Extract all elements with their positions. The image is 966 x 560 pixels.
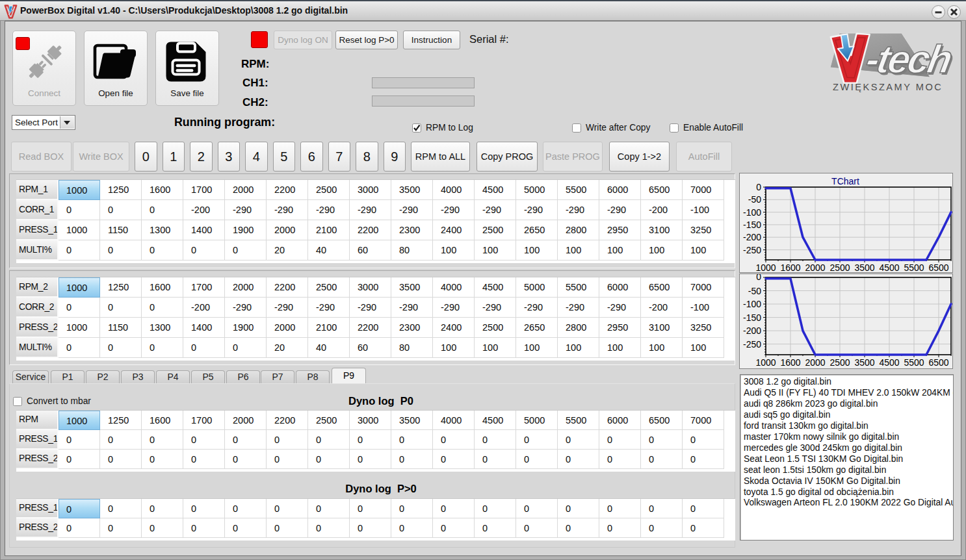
- svg-text:-150: -150: [743, 312, 761, 323]
- svg-text:-250: -250: [743, 339, 761, 350]
- svg-text:1600: 1600: [780, 357, 800, 368]
- svg-text:0: 0: [756, 182, 761, 192]
- svg-text:3500: 3500: [854, 262, 874, 272]
- svg-text:5500: 5500: [904, 262, 924, 272]
- svg-text:0: 0: [756, 274, 761, 282]
- svg-text:-50: -50: [748, 194, 761, 205]
- svg-text:1600: 1600: [780, 262, 800, 272]
- svg-text:-100: -100: [743, 207, 761, 218]
- svg-text:-200: -200: [743, 232, 761, 242]
- svg-text:2000: 2000: [805, 262, 825, 272]
- svg-text:-200: -200: [743, 325, 761, 336]
- svg-text:2500: 2500: [829, 357, 850, 368]
- svg-text:1000: 1000: [755, 262, 776, 272]
- svg-text:4500: 4500: [879, 357, 899, 368]
- svg-text:-150: -150: [743, 220, 761, 230]
- svg-text:-tech: -tech: [863, 36, 954, 81]
- svg-text:5500: 5500: [904, 357, 924, 368]
- svg-text:-250: -250: [743, 245, 761, 255]
- svg-text:2500: 2500: [829, 262, 850, 272]
- svg-text:6500: 6500: [928, 357, 948, 368]
- svg-text:-50: -50: [748, 286, 761, 296]
- svg-text:ZWIĘKSZAMY MOC: ZWIĘKSZAMY MOC: [833, 82, 943, 92]
- svg-text:2000: 2000: [805, 357, 825, 368]
- svg-text:1000: 1000: [755, 357, 776, 368]
- svg-text:3500: 3500: [854, 357, 874, 368]
- svg-text:6500: 6500: [928, 262, 948, 272]
- svg-text:TChart: TChart: [831, 176, 859, 186]
- svg-text:-100: -100: [743, 299, 761, 309]
- svg-text:4500: 4500: [879, 262, 899, 272]
